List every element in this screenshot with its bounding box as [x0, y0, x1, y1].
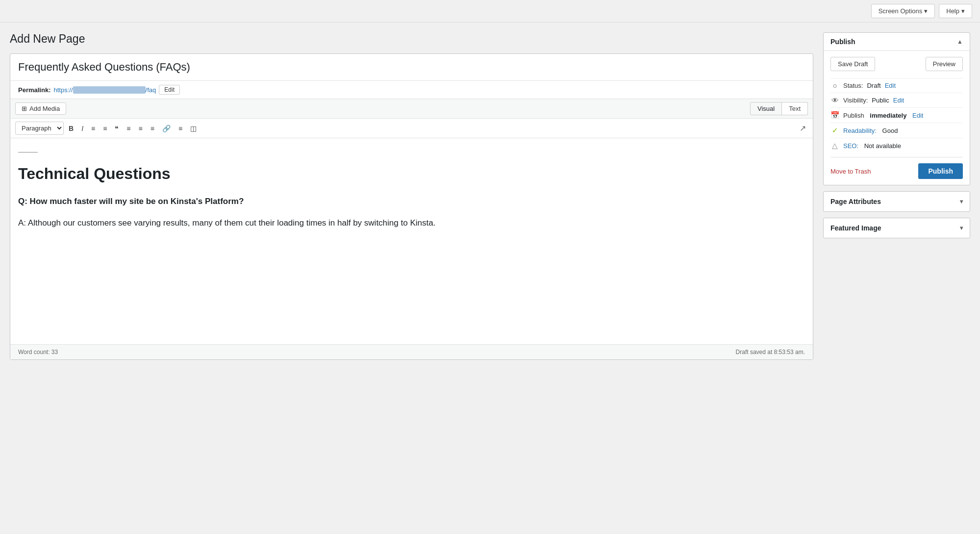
- more-button[interactable]: ≡: [176, 123, 185, 134]
- table-button[interactable]: ◫: [187, 123, 200, 134]
- italic-button[interactable]: I: [78, 123, 86, 134]
- add-media-button[interactable]: ⊞ Add Media: [15, 102, 66, 115]
- publish-actions-row: Save Draft Preview: [830, 57, 963, 71]
- screen-options-button[interactable]: Screen Options ▾: [871, 4, 935, 18]
- seo-link[interactable]: SEO:: [843, 142, 858, 150]
- editor-wrap: Permalink: https:// /faq Edit ⊞ Add Medi…: [10, 53, 813, 360]
- add-media-label: Add Media: [29, 105, 60, 112]
- publish-panel-header: Publish ▲: [824, 33, 970, 51]
- status-value: Draft: [867, 82, 880, 89]
- featured-image-panel-header[interactable]: Featured Image ▾: [824, 218, 970, 238]
- publish-footer-row: Move to Trash Publish: [830, 157, 963, 179]
- permalink-edit-button[interactable]: Edit: [159, 85, 180, 95]
- qa-question: Q: How much faster will my site be on Ki…: [18, 195, 805, 208]
- tab-visual[interactable]: Visual: [750, 102, 782, 115]
- publish-panel-body: Save Draft Preview ○ Status: Draft Edit …: [824, 51, 970, 185]
- visual-text-tabs: Visual Text: [750, 102, 808, 115]
- screen-options-label: Screen Options: [879, 7, 923, 15]
- permalink-link[interactable]: https:// /faq: [53, 86, 156, 94]
- publish-panel-toggle-icon[interactable]: ▲: [957, 38, 963, 45]
- publish-panel: Publish ▲ Save Draft Preview ○ Status: D…: [823, 32, 970, 185]
- word-count: Word count: 33: [18, 349, 58, 356]
- status-edit-link[interactable]: Edit: [885, 82, 896, 89]
- permalink-label: Permalink:: [18, 86, 50, 94]
- featured-image-title: Featured Image: [830, 224, 881, 232]
- section-divider: [18, 152, 38, 153]
- align-center-button[interactable]: ≡: [136, 123, 146, 134]
- publish-time-value: immediately: [868, 112, 908, 119]
- publish-time-row: 📅 Publish immediately Edit: [830, 107, 963, 123]
- main-content: Add New Page Permalink: https:// /faq Ed…: [10, 32, 813, 360]
- status-label: Status:: [843, 82, 863, 89]
- top-bar: Screen Options ▾ Help ▾: [0, 0, 980, 23]
- visibility-value: Public: [872, 97, 889, 104]
- help-button[interactable]: Help ▾: [939, 4, 972, 18]
- publish-panel-title: Publish: [830, 38, 855, 46]
- seo-icon: △: [830, 141, 839, 150]
- paragraph-select[interactable]: Paragraph: [15, 122, 64, 135]
- preview-button[interactable]: Preview: [926, 57, 963, 71]
- calendar-icon: 📅: [830, 111, 839, 120]
- align-left-button[interactable]: ≡: [124, 123, 133, 134]
- permalink-row: Permalink: https:// /faq Edit: [10, 81, 813, 99]
- readability-row: ✓ Readability: Good: [830, 123, 963, 138]
- expand-editor-button[interactable]: ↗: [798, 123, 808, 134]
- page-wrap: Add New Page Permalink: https:// /faq Ed…: [0, 23, 980, 370]
- visibility-row: 👁 Visibility: Public Edit: [830, 93, 963, 107]
- seo-row: △ SEO: Not available: [830, 138, 963, 153]
- publish-button[interactable]: Publish: [918, 163, 963, 179]
- help-label: Help: [946, 7, 959, 15]
- permalink-blur: [73, 86, 146, 94]
- move-to-trash-link[interactable]: Move to Trash: [830, 168, 871, 175]
- permalink-prefix: https://: [53, 86, 73, 94]
- page-attributes-panel-header[interactable]: Page Attributes ▾: [824, 192, 970, 211]
- publish-time-edit-link[interactable]: Edit: [912, 112, 923, 119]
- blockquote-button[interactable]: ❝: [112, 123, 122, 134]
- publish-time-label: Publish: [843, 112, 864, 119]
- align-right-button[interactable]: ≡: [148, 123, 157, 134]
- ordered-list-button[interactable]: ≡: [100, 123, 110, 134]
- post-title-input[interactable]: [10, 54, 813, 81]
- qa-answer: A: Although our customers see varying re…: [18, 216, 805, 230]
- save-draft-button[interactable]: Save Draft: [830, 57, 875, 71]
- visibility-label: Visibility:: [843, 97, 868, 104]
- unordered-list-button[interactable]: ≡: [88, 123, 98, 134]
- readability-link[interactable]: Readability:: [843, 127, 877, 134]
- readability-icon: ✓: [830, 126, 839, 135]
- page-attributes-title: Page Attributes: [830, 198, 881, 205]
- featured-image-toggle-icon[interactable]: ▾: [960, 225, 963, 231]
- editor-footer: Word count: 33 Draft saved at 8:53:53 am…: [10, 344, 813, 359]
- editor-toolbar-format: Paragraph B I ≡ ≡ ❝ ≡ ≡ ≡ 🔗 ≡ ◫ ↗: [10, 119, 813, 138]
- visibility-icon: 👁: [830, 96, 839, 104]
- page-title: Add New Page: [10, 32, 813, 46]
- screen-options-chevron-icon: ▾: [924, 7, 928, 15]
- editor-content[interactable]: Technical Questions Q: How much faster w…: [10, 138, 813, 344]
- editor-toolbar-top: ⊞ Add Media Visual Text: [10, 99, 813, 119]
- help-chevron-icon: ▾: [961, 7, 965, 15]
- status-row: ○ Status: Draft Edit: [830, 78, 963, 93]
- page-attributes-toggle-icon[interactable]: ▾: [960, 198, 963, 205]
- tab-text[interactable]: Text: [782, 102, 808, 115]
- sidebar: Publish ▲ Save Draft Preview ○ Status: D…: [823, 32, 970, 360]
- status-icon: ○: [830, 81, 839, 90]
- page-attributes-panel: Page Attributes ▾: [823, 191, 970, 212]
- bold-button[interactable]: B: [66, 123, 76, 134]
- featured-image-panel: Featured Image ▾: [823, 218, 970, 238]
- link-button[interactable]: 🔗: [159, 123, 174, 134]
- seo-value: Not available: [862, 142, 901, 150]
- readability-value: Good: [880, 127, 898, 134]
- add-media-icon: ⊞: [22, 105, 27, 112]
- draft-saved: Draft saved at 8:53:53 am.: [736, 349, 805, 356]
- visibility-edit-link[interactable]: Edit: [893, 97, 904, 104]
- content-heading: Technical Questions: [18, 164, 805, 183]
- permalink-slug: /faq: [146, 86, 156, 94]
